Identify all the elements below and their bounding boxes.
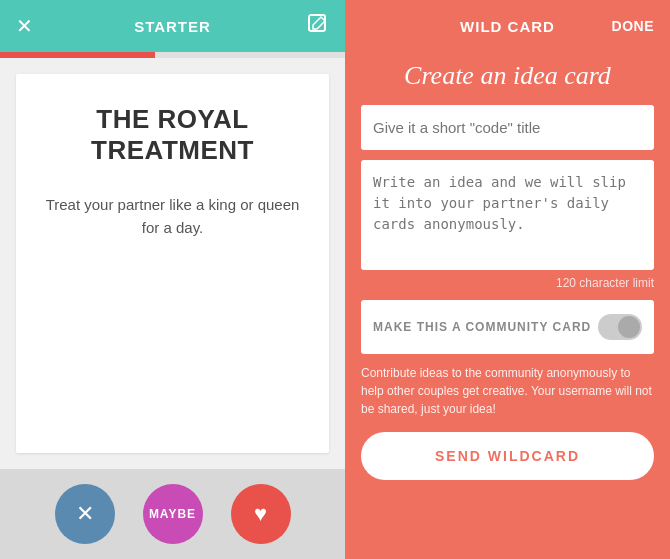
community-card-row: MAKE THIS A COMMUNITY CARD	[361, 300, 654, 354]
char-limit-label: 120 character limit	[361, 276, 654, 290]
edit-icon[interactable]	[307, 13, 329, 40]
wildcard-title: WILD CARD	[460, 18, 555, 35]
send-wildcard-button[interactable]: SEND WILDCARD	[361, 432, 654, 480]
heart-button[interactable]: ♥	[231, 484, 291, 544]
card-title: THE ROYAL TREATMENT	[36, 104, 309, 166]
dismiss-button[interactable]: ✕	[55, 484, 115, 544]
close-icon[interactable]: ✕	[16, 14, 33, 38]
card-description: Treat your partner like a king or queen …	[36, 194, 309, 239]
community-description: Contribute ideas to the community anonym…	[361, 364, 654, 418]
short-title-input[interactable]	[361, 105, 654, 150]
idea-textarea[interactable]	[361, 160, 654, 270]
community-toggle[interactable]	[598, 314, 642, 340]
progress-bar-fill	[0, 52, 155, 58]
left-footer: ✕ MAYBE ♥	[0, 469, 345, 559]
right-panel: WILD CARD DONE Create an idea card 120 c…	[345, 0, 670, 559]
create-idea-title: Create an idea card	[361, 60, 654, 91]
right-header: WILD CARD DONE	[345, 0, 670, 52]
starter-title: STARTER	[134, 18, 211, 35]
toggle-knob	[618, 316, 640, 338]
left-header: ✕ STARTER	[0, 0, 345, 52]
community-card-label: MAKE THIS A COMMUNITY CARD	[373, 320, 591, 334]
right-body: Create an idea card 120 character limit …	[345, 52, 670, 559]
maybe-button[interactable]: MAYBE	[143, 484, 203, 544]
card-content: THE ROYAL TREATMENT Treat your partner l…	[16, 74, 329, 453]
left-panel: ✕ STARTER THE ROYAL TREATMENT Treat your…	[0, 0, 345, 559]
progress-bar-container	[0, 52, 345, 58]
done-button[interactable]: DONE	[612, 18, 654, 34]
